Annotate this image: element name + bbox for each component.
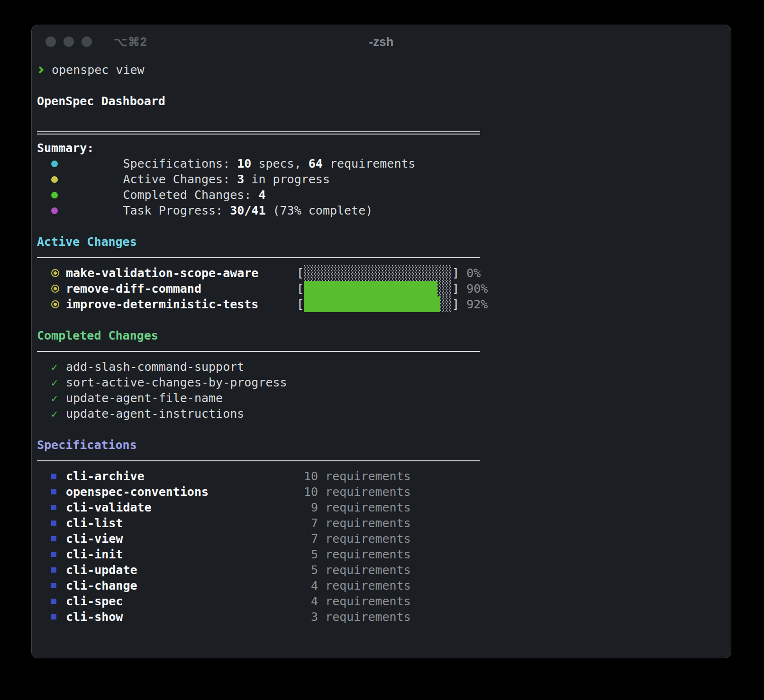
completed-change-row: ✓ sort-active-changes-by-progress xyxy=(37,375,731,390)
section-divider xyxy=(37,460,480,461)
progress-percent: 92% xyxy=(459,297,488,311)
section-divider xyxy=(37,257,480,258)
spec-requirement-count: 10 requirements xyxy=(304,485,411,499)
spec-requirement-count: 4 requirements xyxy=(304,594,411,608)
completed-change-row: ✓ update-agent-instructions xyxy=(37,406,731,422)
spec-requirement-count: 5 requirements xyxy=(304,547,411,561)
summary-item-task-progress: Task Progress: 30/41 (73% complete) xyxy=(37,203,731,218)
spec-row: cli-list 7 requirements xyxy=(37,515,731,531)
summary-text: Task Progress: xyxy=(123,204,230,217)
blue-square-icon xyxy=(51,489,56,494)
progress-bar-fill xyxy=(304,296,440,312)
window-title: -zsh xyxy=(32,35,731,49)
ring-bullet-icon xyxy=(51,300,59,308)
specifications-heading: Specifications xyxy=(37,438,137,452)
spec-row: cli-init 5 requirements xyxy=(37,547,731,562)
spec-row: cli-view 7 requirements xyxy=(37,531,731,547)
change-name: make-validation-scope-aware xyxy=(66,266,297,280)
bar-close-bracket: ] xyxy=(452,282,459,296)
spec-name: cli-init xyxy=(66,547,304,561)
blue-square-icon xyxy=(51,552,56,557)
completed-changes-heading: Completed Changes xyxy=(37,329,158,342)
section-divider xyxy=(37,351,480,352)
spec-name: cli-show xyxy=(66,610,304,624)
active-changes-heading: Active Changes xyxy=(37,235,137,249)
change-name: improve-deterministic-tests xyxy=(66,297,297,311)
spec-row: cli-change 4 requirements xyxy=(37,578,731,593)
completed-change-name: add-slash-command-support xyxy=(66,360,244,374)
spec-requirement-count: 4 requirements xyxy=(304,579,411,592)
ring-bullet-icon xyxy=(51,285,59,293)
spec-name: openspec-conventions xyxy=(66,485,304,499)
bar-open-bracket: [ xyxy=(297,297,304,311)
spec-name: cli-archive xyxy=(66,469,304,483)
terminal-window: ⌥⌘2 -zsh openspec view OpenSpec Dashboar… xyxy=(31,25,731,658)
completed-change-name: update-agent-file-name xyxy=(66,391,223,405)
spec-name: cli-change xyxy=(66,579,304,592)
progress-bar xyxy=(304,296,452,312)
green-circle-icon xyxy=(51,192,58,198)
blue-square-icon xyxy=(51,474,56,479)
command-text: openspec view xyxy=(52,63,145,77)
bar-close-bracket: ] xyxy=(452,266,459,280)
spec-requirement-count: 10 requirements xyxy=(304,469,411,483)
blue-square-icon xyxy=(51,583,56,588)
magenta-circle-icon xyxy=(51,207,58,214)
spec-requirement-count: 3 requirements xyxy=(304,610,411,624)
checkmark-icon: ✓ xyxy=(51,392,58,404)
summary-text: requirements xyxy=(323,157,416,171)
progress-percent: 90% xyxy=(459,282,488,296)
blue-square-icon xyxy=(51,614,56,619)
spec-name: cli-list xyxy=(66,516,304,530)
blue-square-icon xyxy=(51,567,56,573)
terminal-content: openspec view OpenSpec Dashboard Summary… xyxy=(32,58,731,625)
checkmark-icon: ✓ xyxy=(51,361,58,373)
progress-bar xyxy=(304,281,452,296)
page-title: OpenSpec Dashboard xyxy=(37,94,165,108)
cyan-circle-icon xyxy=(51,161,58,167)
bar-close-bracket: ] xyxy=(452,297,459,311)
blue-square-icon xyxy=(51,536,56,541)
bar-open-bracket: [ xyxy=(297,282,304,296)
spec-row: cli-spec 4 requirements xyxy=(37,593,731,609)
checkmark-icon: ✓ xyxy=(51,408,58,420)
spec-requirement-count: 7 requirements xyxy=(304,532,411,546)
change-name: remove-diff-command xyxy=(66,282,297,296)
spec-requirement-count: 5 requirements xyxy=(304,563,411,577)
title-bar: ⌥⌘2 -zsh xyxy=(32,25,731,58)
progress-bar-fill xyxy=(304,281,437,296)
active-change-row: make-validation-scope-aware [ ] 0% xyxy=(37,265,731,281)
blue-square-icon xyxy=(51,521,56,526)
prompt-line: openspec view xyxy=(37,62,731,78)
blue-square-icon xyxy=(51,599,56,604)
active-change-row: improve-deterministic-tests [ ] 92% xyxy=(37,296,731,312)
spec-row: cli-archive 10 requirements xyxy=(37,468,731,484)
summary-text: (73% complete) xyxy=(265,204,373,217)
prompt-chevron-icon xyxy=(36,66,44,74)
spec-name: cli-update xyxy=(66,563,304,577)
spec-row: cli-update 5 requirements xyxy=(37,562,731,578)
spec-name: cli-spec xyxy=(66,594,304,608)
spec-row: openspec-conventions 10 requirements xyxy=(37,484,731,500)
blue-square-icon xyxy=(51,505,56,510)
progress-bar xyxy=(304,265,452,281)
active-change-row: remove-diff-command [ ] 90% xyxy=(37,281,731,296)
checkmark-icon: ✓ xyxy=(51,377,58,389)
spec-requirement-count: 7 requirements xyxy=(304,516,411,530)
completed-change-row: ✓ add-slash-command-support xyxy=(37,359,731,375)
completed-change-row: ✓ update-agent-file-name xyxy=(37,390,731,406)
spec-requirement-count: 9 requirements xyxy=(304,501,411,514)
double-rule-divider xyxy=(37,131,480,135)
spec-name: cli-validate xyxy=(66,501,304,514)
spec-row: cli-validate 9 requirements xyxy=(37,500,731,515)
ring-bullet-icon xyxy=(51,269,59,277)
summary-value: 30/41 xyxy=(230,204,265,217)
progress-percent: 0% xyxy=(459,266,481,280)
spec-name: cli-view xyxy=(66,532,304,546)
yellow-circle-icon xyxy=(51,176,58,183)
completed-change-name: sort-active-changes-by-progress xyxy=(66,376,287,389)
spec-row: cli-show 3 requirements xyxy=(37,609,731,625)
completed-change-name: update-agent-instructions xyxy=(66,407,244,421)
bar-open-bracket: [ xyxy=(297,266,304,280)
